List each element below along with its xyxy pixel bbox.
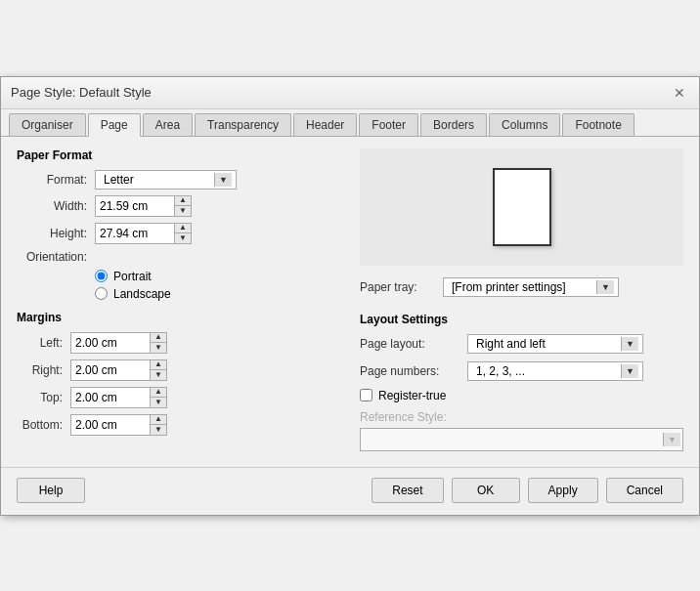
paper-format-title: Paper Format bbox=[17, 148, 330, 162]
height-row: Height: ▲ ▼ bbox=[17, 223, 330, 244]
tab-transparency[interactable]: Transparency bbox=[195, 113, 291, 136]
orientation-row: Orientation: bbox=[17, 250, 330, 264]
top-up-arrow[interactable]: ▲ bbox=[151, 388, 166, 398]
tab-organiser[interactable]: Organiser bbox=[9, 113, 86, 136]
right-input[interactable] bbox=[71, 361, 150, 379]
dialog-title: Page Style: Default Style bbox=[11, 85, 152, 100]
top-label: Top: bbox=[17, 391, 70, 404]
reference-style-label: Reference Style: bbox=[360, 410, 683, 424]
paper-sheet-visual bbox=[493, 168, 551, 246]
page-layout-row: Page layout: Right and left ▼ bbox=[360, 334, 683, 354]
format-select[interactable]: Letter ▼ bbox=[95, 170, 237, 190]
bottom-down-arrow[interactable]: ▼ bbox=[151, 425, 166, 435]
landscape-radio[interactable] bbox=[95, 287, 108, 300]
paper-preview bbox=[360, 148, 683, 266]
tab-page[interactable]: Page bbox=[88, 113, 141, 137]
height-input[interactable] bbox=[96, 225, 174, 242]
bottom-spinner[interactable]: ▲ ▼ bbox=[70, 414, 167, 436]
page-layout-dropdown-arrow[interactable]: ▼ bbox=[621, 337, 638, 351]
tab-footer[interactable]: Footer bbox=[359, 113, 418, 136]
right-arrows: ▲ ▼ bbox=[150, 360, 166, 380]
tab-borders[interactable]: Borders bbox=[420, 113, 487, 136]
height-label: Height: bbox=[17, 227, 95, 240]
page-numbers-label: Page numbers: bbox=[360, 364, 467, 378]
bottom-margin-row: Bottom: ▲ ▼ bbox=[17, 414, 330, 436]
left-spinner[interactable]: ▲ ▼ bbox=[70, 332, 167, 354]
height-arrows: ▲ ▼ bbox=[174, 224, 191, 243]
bottom-arrows: ▲ ▼ bbox=[150, 415, 166, 435]
left-margin-row: Left: ▲ ▼ bbox=[17, 332, 330, 354]
apply-button[interactable]: Apply bbox=[528, 478, 598, 503]
width-label: Width: bbox=[17, 199, 95, 213]
right-panel: Paper tray: [From printer settings] ▼ La… bbox=[350, 148, 683, 451]
close-button[interactable]: ✕ bbox=[670, 83, 689, 103]
portrait-radio[interactable] bbox=[95, 270, 108, 282]
paper-tray-dropdown-arrow[interactable]: ▼ bbox=[596, 280, 614, 294]
paper-tray-value: [From printer settings] bbox=[448, 280, 596, 294]
reference-style-select: ▼ bbox=[360, 428, 683, 451]
layout-title: Layout Settings bbox=[360, 313, 683, 326]
page-layout-select[interactable]: Right and left ▼ bbox=[467, 334, 643, 354]
left-up-arrow[interactable]: ▲ bbox=[151, 333, 166, 343]
bottom-buttons: Help Reset OK Apply Cancel bbox=[1, 467, 699, 515]
left-label: Left: bbox=[17, 336, 70, 350]
orientation-radio-group: Portrait Landscape bbox=[95, 270, 330, 301]
width-up-arrow[interactable]: ▲ bbox=[175, 196, 191, 206]
page-layout-value: Right and left bbox=[472, 337, 621, 351]
left-panel: Paper Format Format: Letter ▼ Width: ▲ ▼ bbox=[17, 148, 350, 451]
tab-columns[interactable]: Columns bbox=[489, 113, 560, 136]
portrait-option[interactable]: Portrait bbox=[95, 270, 330, 283]
reset-button[interactable]: Reset bbox=[372, 478, 443, 503]
tab-header[interactable]: Header bbox=[293, 113, 357, 136]
paper-tray-select[interactable]: [From printer settings] ▼ bbox=[443, 277, 619, 297]
top-arrows: ▲ ▼ bbox=[150, 388, 166, 407]
format-dropdown-arrow[interactable]: ▼ bbox=[214, 173, 232, 187]
bottom-input[interactable] bbox=[71, 416, 150, 434]
top-spinner[interactable]: ▲ ▼ bbox=[70, 387, 167, 408]
width-input[interactable] bbox=[96, 197, 174, 215]
top-down-arrow[interactable]: ▼ bbox=[151, 398, 166, 407]
height-down-arrow[interactable]: ▼ bbox=[175, 233, 191, 243]
register-true-label: Register-true bbox=[378, 389, 446, 402]
page-numbers-row: Page numbers: 1, 2, 3, ... ▼ bbox=[360, 361, 683, 381]
margins-section: Margins Left: ▲ ▼ Right: bbox=[17, 311, 330, 436]
top-margin-row: Top: ▲ ▼ bbox=[17, 387, 330, 408]
landscape-option[interactable]: Landscape bbox=[95, 287, 330, 301]
paper-tray-label: Paper tray: bbox=[360, 280, 443, 294]
left-arrows: ▲ ▼ bbox=[150, 333, 166, 353]
tab-bar: Organiser Page Area Transparency Header … bbox=[1, 109, 699, 137]
tab-footnote[interactable]: Footnote bbox=[562, 113, 634, 136]
right-spinner[interactable]: ▲ ▼ bbox=[70, 359, 167, 381]
right-down-arrow[interactable]: ▼ bbox=[151, 370, 166, 380]
width-spinner[interactable]: ▲ ▼ bbox=[95, 195, 192, 217]
bottom-label: Bottom: bbox=[17, 418, 70, 432]
help-button[interactable]: Help bbox=[17, 478, 85, 503]
portrait-label: Portrait bbox=[113, 270, 152, 283]
paper-tray-row: Paper tray: [From printer settings] ▼ bbox=[360, 277, 683, 297]
left-input[interactable] bbox=[71, 334, 150, 352]
action-buttons: Reset OK Apply Cancel bbox=[372, 478, 683, 503]
page-numbers-value: 1, 2, 3, ... bbox=[472, 364, 621, 378]
register-true-checkbox[interactable] bbox=[360, 389, 372, 401]
top-input[interactable] bbox=[71, 389, 150, 406]
width-arrows: ▲ ▼ bbox=[174, 196, 191, 216]
height-spinner[interactable]: ▲ ▼ bbox=[95, 223, 192, 244]
right-up-arrow[interactable]: ▲ bbox=[151, 360, 166, 370]
ok-button[interactable]: OK bbox=[452, 478, 520, 503]
page-numbers-select[interactable]: 1, 2, 3, ... ▼ bbox=[467, 361, 643, 381]
height-up-arrow[interactable]: ▲ bbox=[175, 224, 191, 233]
reference-style-dropdown-arrow: ▼ bbox=[663, 433, 680, 446]
left-down-arrow[interactable]: ▼ bbox=[151, 343, 166, 353]
dialog-window: Page Style: Default Style ✕ Organiser Pa… bbox=[0, 76, 700, 516]
page-numbers-dropdown-arrow[interactable]: ▼ bbox=[621, 364, 638, 378]
tab-area[interactable]: Area bbox=[143, 113, 193, 136]
layout-section: Layout Settings Page layout: Right and l… bbox=[360, 313, 683, 451]
bottom-up-arrow[interactable]: ▲ bbox=[151, 415, 166, 425]
landscape-label: Landscape bbox=[113, 287, 171, 301]
page-layout-label: Page layout: bbox=[360, 337, 467, 351]
width-down-arrow[interactable]: ▼ bbox=[175, 206, 191, 216]
format-label: Format: bbox=[17, 173, 95, 187]
width-row: Width: ▲ ▼ bbox=[17, 195, 330, 217]
cancel-button[interactable]: Cancel bbox=[606, 478, 683, 503]
register-true-row: Register-true bbox=[360, 389, 683, 402]
